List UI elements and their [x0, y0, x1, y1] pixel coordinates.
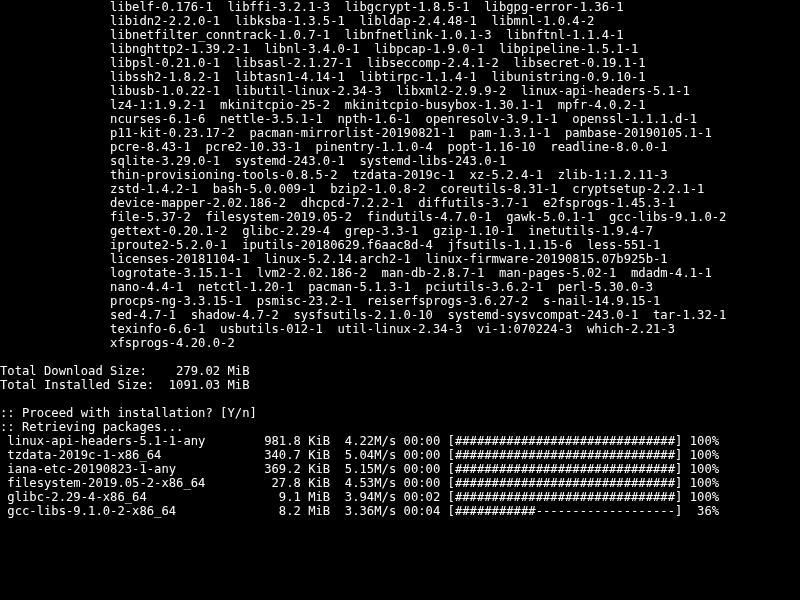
terminal-output: libelf-0.176-1 libffi-3.2.1-3 libgcrypt-…	[0, 0, 800, 518]
